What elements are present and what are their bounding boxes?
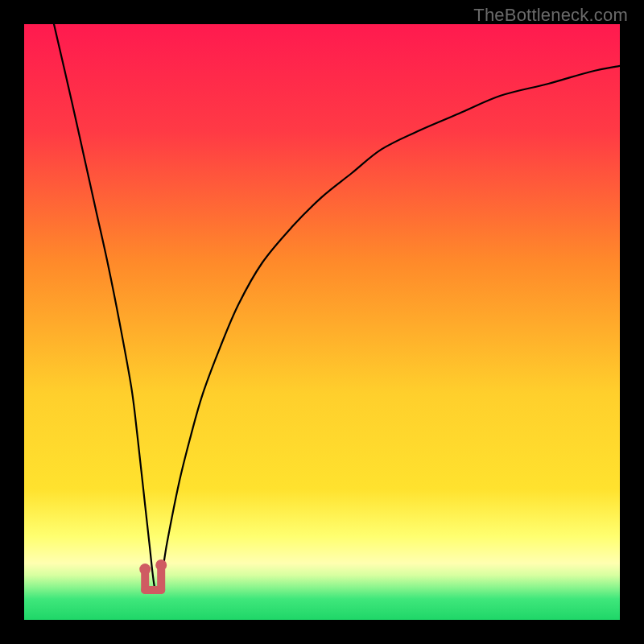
curve-path (54, 24, 620, 592)
chart-outer-frame: TheBottleneck.com (0, 0, 644, 644)
bottleneck-curve (24, 24, 620, 620)
plot-area (24, 24, 620, 620)
watermark-text: TheBottleneck.com (473, 5, 628, 26)
